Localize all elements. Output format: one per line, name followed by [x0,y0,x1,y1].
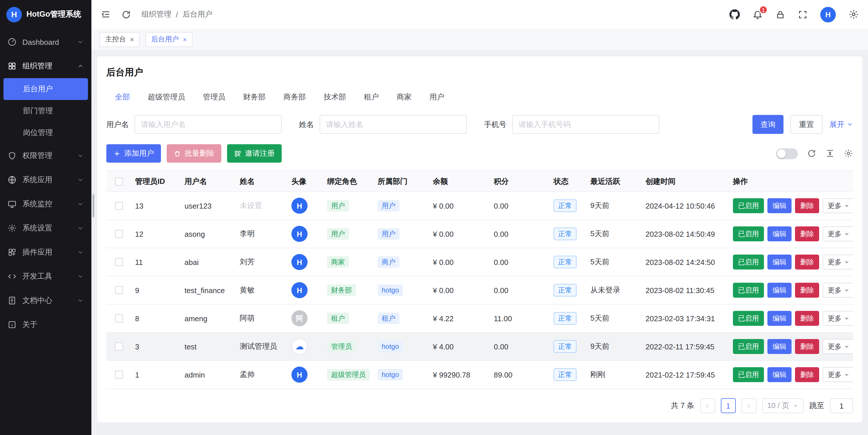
search-button[interactable]: 查询 [752,115,783,134]
close-icon[interactable]: × [130,35,134,43]
sidebar-item-dashboard[interactable]: Dashboard [0,30,91,54]
sidebar-item-permissions[interactable]: 权限管理 [0,144,91,168]
enabled-button[interactable]: 已启用 [733,311,764,326]
enabled-button[interactable]: 已启用 [733,339,764,354]
breadcrumb-section[interactable]: 组织管理 [142,9,171,20]
delete-button[interactable]: 删除 [795,367,819,382]
page-number-button[interactable]: 1 [720,398,736,413]
more-button[interactable]: 更多 [823,311,853,326]
role-tab[interactable]: 全部 [106,88,139,106]
role-tab[interactable]: 财务部 [234,88,275,106]
more-button[interactable]: 更多 [823,283,853,298]
delete-button[interactable]: 删除 [795,311,819,326]
row-avatar[interactable]: 阿 [291,310,308,327]
page-tab[interactable]: 后台用户 × [146,32,192,47]
settings-gear-icon[interactable] [848,9,859,20]
more-button[interactable]: 更多 [823,339,853,354]
more-button[interactable]: 更多 [823,198,853,213]
delete-button[interactable]: 删除 [795,254,819,270]
enabled-button[interactable]: 已启用 [733,367,764,382]
delete-button[interactable]: 删除 [795,226,819,241]
row-checkbox[interactable] [115,286,123,294]
batch-delete-button[interactable]: 批量删除 [167,144,221,163]
sidebar-subitem-backend-users[interactable]: 后台用户 [3,78,88,100]
sidebar-item-dev-tools[interactable]: 开发工具 [0,264,91,288]
app-logo[interactable]: H HotGo管理系统 [0,0,91,29]
jump-to-input[interactable] [830,398,853,413]
role-tab[interactable]: 管理员 [194,88,235,106]
role-tab[interactable]: 商家 [388,88,421,106]
more-button[interactable]: 更多 [823,254,853,270]
sidebar-item-about[interactable]: 关于 [0,313,91,337]
row-checkbox[interactable] [115,202,123,210]
enabled-button[interactable]: 已启用 [733,226,764,241]
expand-link[interactable]: 展开 [830,119,853,130]
filter-input[interactable] [512,115,659,134]
fullscreen-icon[interactable] [798,9,808,19]
delete-button[interactable]: 删除 [795,283,819,298]
more-button[interactable]: 更多 [823,367,853,382]
edit-button[interactable]: 编辑 [767,226,792,241]
row-checkbox[interactable] [115,258,123,266]
enabled-button[interactable]: 已启用 [733,198,764,213]
github-icon[interactable] [730,9,740,20]
role-tab[interactable]: 技术部 [314,88,355,106]
prev-page-button[interactable] [700,398,715,413]
menu-collapse-icon[interactable] [101,9,111,20]
table-tools [776,148,853,159]
enabled-button[interactable]: 已启用 [733,283,764,298]
role-tab[interactable]: 超级管理员 [138,88,194,106]
sidebar-item-docs[interactable]: 文档中心 [0,288,91,313]
refresh-icon[interactable] [121,9,131,19]
delete-button[interactable]: 删除 [795,339,819,354]
row-avatar[interactable]: H [291,226,308,242]
row-checkbox[interactable] [115,230,123,238]
row-avatar[interactable]: ☁ [291,338,308,354]
select-all-checkbox[interactable] [115,177,123,185]
user-avatar[interactable]: H [820,7,836,22]
filter-input[interactable] [320,115,467,134]
next-page-button[interactable] [741,398,756,413]
lock-icon[interactable] [775,9,785,19]
page-size-select[interactable]: 10 / 页 [762,398,804,413]
sidebar-item-system-apps[interactable]: 系统应用 [0,168,91,192]
sidebar-subitem-departments[interactable]: 部门管理 [3,100,88,122]
page-tab[interactable]: 主控台 × [99,32,140,47]
role-tab[interactable]: 租户 [355,88,388,106]
scrollbar-thumb[interactable] [93,194,94,217]
row-checkbox[interactable] [115,342,123,350]
enabled-button[interactable]: 已启用 [733,254,764,270]
row-checkbox[interactable] [115,314,123,322]
row-checkbox[interactable] [115,371,123,379]
edit-button[interactable]: 编辑 [767,339,792,354]
add-user-button[interactable]: 添加用户 [106,144,161,163]
row-avatar[interactable]: H [291,282,308,298]
sidebar-item-plugins[interactable]: 插件应用 [0,240,91,264]
edit-button[interactable]: 编辑 [767,198,792,213]
striped-toggle[interactable] [776,148,798,159]
delete-button[interactable]: 删除 [795,198,819,213]
reload-table-icon[interactable] [807,149,816,158]
more-button[interactable]: 更多 [823,226,853,241]
sidebar-item-monitoring[interactable]: 系统监控 [0,192,91,216]
notifications-bell[interactable]: 1 [752,9,763,20]
close-icon[interactable]: × [183,35,187,43]
sidebar-subitem-positions[interactable]: 岗位管理 [3,122,88,144]
edit-button[interactable]: 编辑 [767,283,792,298]
reset-button[interactable]: 重置 [790,115,823,134]
edit-button[interactable]: 编辑 [767,254,792,270]
column-settings-gear-icon[interactable] [844,149,853,158]
chevron-down-icon [77,177,84,183]
edit-button[interactable]: 编辑 [767,367,792,382]
row-avatar[interactable]: H [291,198,308,214]
role-tab[interactable]: 用户 [420,88,454,106]
sidebar-item-org[interactable]: 组织管理 [0,54,91,78]
row-avatar[interactable]: H [291,254,308,270]
row-avatar[interactable]: H [291,367,308,383]
edit-button[interactable]: 编辑 [767,311,792,326]
filter-input[interactable] [134,115,282,134]
role-tab[interactable]: 商务部 [274,88,315,106]
row-density-icon[interactable] [826,149,835,158]
invite-register-button[interactable]: 邀请注册 [227,144,282,163]
sidebar-item-settings[interactable]: 系统设置 [0,216,91,240]
